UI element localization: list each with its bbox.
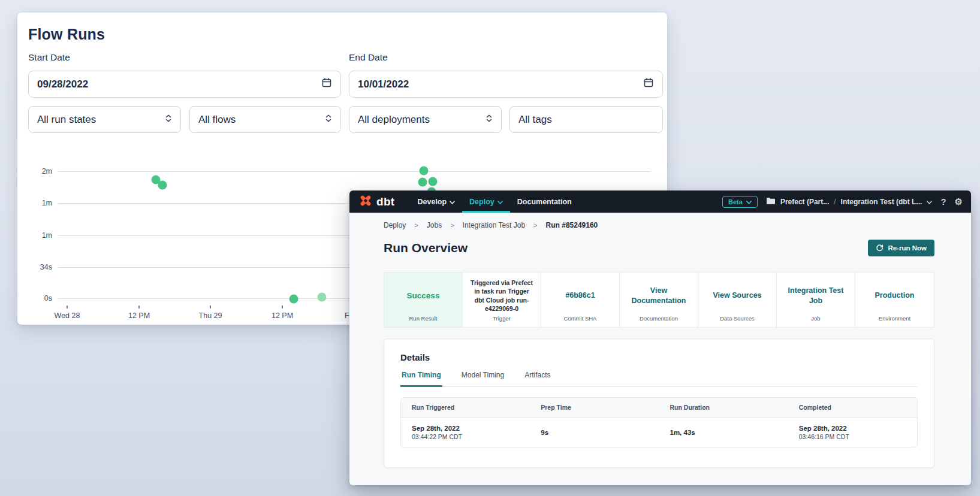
run-states-value: All run states [37, 114, 96, 126]
rerun-now-button[interactable]: Re-run Now [868, 240, 934, 256]
calendar-icon[interactable] [643, 77, 654, 91]
documentation-label: Documentation [620, 315, 698, 327]
flow-run-point[interactable] [429, 177, 438, 186]
details-title: Details [400, 352, 918, 362]
col-run-duration: Run Duration [659, 404, 788, 411]
chevron-down-icon [746, 198, 752, 205]
flows-value: All flows [198, 114, 236, 126]
help-icon[interactable]: ? [940, 197, 946, 206]
breadcrumb-run-id: Run #85249160 [546, 221, 598, 229]
gear-icon[interactable]: ⚙ [955, 197, 963, 206]
x-axis-tick-label: 12 PM [128, 311, 150, 320]
environment-name: Integration Test (dbt L... [841, 198, 922, 206]
project-selector[interactable]: Prefect (Part... / Integration Test (dbt… [766, 197, 933, 207]
commit-sha-link[interactable]: #6b86c1 [541, 273, 619, 315]
page-title: Run Overview [384, 241, 468, 255]
breadcrumb-separator: > [533, 222, 537, 229]
chevron-down-icon [497, 198, 503, 206]
chevron-up-down-icon [486, 114, 493, 126]
flow-run-point[interactable] [290, 295, 298, 304]
environment-label: Environment [855, 315, 934, 327]
y-axis-tick-label: 0s [27, 294, 52, 303]
trigger-value: Triggered via Prefect in task run Trigge… [463, 273, 541, 315]
end-date-label: End Date [349, 52, 388, 63]
nav-deploy-label: Deploy [469, 198, 494, 206]
deployments-select[interactable]: All deployments [349, 106, 502, 133]
run-summary-strip: Success Run Result Triggered via Prefect… [384, 272, 934, 328]
col-completed: Completed [788, 404, 917, 411]
view-sources-link[interactable]: View Sources [698, 273, 776, 315]
folder-icon [766, 197, 776, 207]
breadcrumb-separator: > [414, 222, 418, 229]
tab-model-timing[interactable]: Model Timing [460, 371, 505, 387]
flow-run-point[interactable] [420, 167, 429, 176]
tab-artifacts[interactable]: Artifacts [523, 371, 551, 387]
breadcrumb-job-name[interactable]: Integration Test Job [463, 221, 526, 229]
beta-label: Beta [728, 198, 743, 205]
nav-documentation-label: Documentation [517, 198, 572, 206]
chevron-up-down-icon [325, 114, 332, 126]
col-prep-time: Prep Time [530, 404, 659, 411]
x-axis-tick-label: Wed 28 [55, 311, 80, 320]
commit-sha-card: #6b86c1 Commit SHA [541, 273, 620, 327]
job-card: Integration Test Job Job [777, 273, 855, 327]
trigger-card: Triggered via Prefect in task run Trigge… [463, 273, 541, 327]
x-axis-tick [67, 306, 68, 309]
documentation-card: View Documentation Documentation [620, 273, 698, 327]
details-card: Details Run Timing Model Timing Artifact… [384, 338, 934, 468]
tags-input[interactable]: All tags [509, 106, 663, 133]
trigger-label: Trigger [463, 315, 541, 327]
end-date-value: 10/01/2022 [358, 78, 409, 90]
deployments-value: All deployments [358, 114, 430, 126]
tags-value: All tags [518, 114, 552, 126]
nav-develop-label: Develop [417, 198, 447, 206]
flow-run-point[interactable] [318, 293, 327, 302]
dbt-logo[interactable]: dbt [359, 190, 394, 213]
run-result-value: Success [384, 273, 462, 315]
environment-link[interactable]: Production [855, 273, 934, 315]
run-triggered-time: 03:44:22 PM CDT [412, 433, 530, 440]
rerun-now-label: Re-run Now [888, 244, 927, 252]
breadcrumb-jobs[interactable]: Jobs [427, 221, 442, 229]
chevron-down-icon [927, 198, 932, 206]
chevron-down-icon [450, 198, 455, 206]
completed-cell: Sep 28th, 2022 03:46:16 PM CDT [788, 425, 917, 440]
tab-run-timing[interactable]: Run Timing [400, 371, 442, 387]
run-states-select[interactable]: All run states [28, 106, 181, 133]
flow-runs-title: Flow Runs [28, 26, 105, 43]
flow-run-point[interactable] [418, 178, 427, 187]
data-sources-card: View Sources Data Sources [698, 273, 777, 327]
chart-gridline [58, 171, 650, 172]
job-link[interactable]: Integration Test Job [777, 273, 855, 315]
nav-item-deploy[interactable]: Deploy [462, 190, 510, 213]
run-triggered-cell: Sep 28th, 2022 03:44:22 PM CDT [401, 425, 530, 440]
breadcrumb-separator: > [450, 222, 454, 229]
chevron-up-down-icon [165, 114, 172, 126]
beta-dropdown[interactable]: Beta [722, 196, 758, 208]
dbt-top-nav: dbt Develop Deploy Documentation Beta [349, 190, 971, 213]
run-triggered-date: Sep 28th, 2022 [412, 425, 460, 432]
dbt-cloud-window: dbt Develop Deploy Documentation Beta [349, 190, 971, 485]
flows-select[interactable]: All flows [189, 106, 341, 133]
table-header-row: Run Triggered Prep Time Run Duration Com… [401, 398, 917, 418]
run-timing-table: Run Triggered Prep Time Run Duration Com… [400, 397, 918, 447]
calendar-icon[interactable] [321, 77, 332, 91]
prep-time-cell: 9s [530, 429, 659, 436]
table-row: Sep 28th, 2022 03:44:22 PM CDT 9s 1m, 43… [401, 418, 917, 447]
run-result-label: Run Result [384, 315, 462, 327]
environment-card: Production Environment [855, 273, 934, 327]
breadcrumb-deploy[interactable]: Deploy [384, 221, 406, 229]
flow-run-point[interactable] [158, 181, 167, 190]
y-axis-tick-label: 34s [27, 263, 52, 271]
nav-item-develop[interactable]: Develop [410, 190, 462, 213]
data-sources-label: Data Sources [698, 315, 776, 327]
project-name: Prefect (Part... [780, 198, 829, 206]
x-axis-tick [210, 306, 211, 309]
nav-item-documentation[interactable]: Documentation [510, 190, 579, 213]
dbt-logo-icon [359, 194, 372, 210]
end-date-input[interactable]: 10/01/2022 [349, 71, 663, 98]
view-documentation-link[interactable]: View Documentation [620, 273, 698, 315]
start-date-input[interactable]: 09/28/2022 [28, 71, 341, 98]
start-date-label: Start Date [28, 52, 70, 63]
x-axis-tick [282, 306, 283, 309]
